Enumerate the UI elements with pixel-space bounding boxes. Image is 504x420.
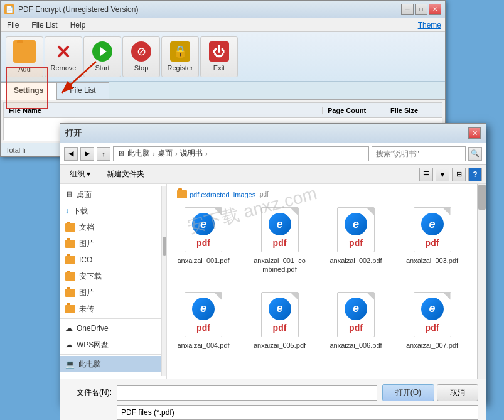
dialog-tool-right: ☰ ▼ ⊞ ? (419, 168, 482, 181)
nav-up-button[interactable]: ↑ (97, 147, 110, 161)
sidebar-item-wpsdisk[interactable]: ☁ WPS网盘 (60, 337, 161, 353)
dialog-footer: 文件名(N): 打开(O) 取消 PDF files (*.pdf) (60, 379, 486, 420)
minimize-button[interactable]: ─ (401, 4, 414, 15)
menu-bar: File File List Help Theme (1, 18, 445, 32)
help-button[interactable]: ? (468, 168, 482, 181)
register-icon: 🔒 (170, 41, 190, 62)
sidebar-item-download[interactable]: ↓ 下载 (60, 203, 161, 219)
dialog-title-text: 打开 (65, 127, 82, 139)
exit-button[interactable]: ⏻ Exit (200, 36, 238, 77)
top-file-name: pdf.extracted_images (190, 191, 255, 198)
breadcrumb-item3[interactable]: 说明书 (180, 148, 203, 159)
sidebar-item-desktop[interactable]: 🖥 桌面 (60, 186, 161, 203)
file-item-4[interactable]: e pdf anxaizai_004.pdf (172, 284, 235, 355)
breadcrumb-sep2: › (175, 149, 178, 158)
sidebar-item-ico[interactable]: ICO (60, 252, 161, 268)
sidebar-item-thispc[interactable]: 💻 此电脑 (60, 356, 161, 372)
exit-icon: ⏻ (209, 41, 229, 62)
sidebar-item-anzaizai[interactable]: 安下载 (60, 268, 161, 284)
new-folder-button[interactable]: 新建文件夹 (101, 167, 150, 181)
file-item-2[interactable]: e pdf anxaizai_002.pdf (324, 200, 387, 279)
file-icon-5: e pdf (257, 289, 303, 340)
file-list-header: File Name Page Count File Size (4, 103, 442, 118)
dialog-scrollbar[interactable] (477, 184, 486, 379)
breadcrumb[interactable]: 🖥 此电脑 › 桌面 › 说明书 › (113, 146, 369, 161)
file-name-3: anxaizai_003.pdf (406, 256, 458, 265)
dialog-tool-left: 组织 ▾ 新建文件夹 (64, 167, 150, 181)
filename-row: 文件名(N): 打开(O) 取消 (68, 384, 478, 401)
sidebar-item-pictures[interactable]: 图片 (60, 284, 161, 301)
breadcrumb-item2[interactable]: 桌面 (158, 148, 173, 159)
stop-icon (131, 41, 151, 62)
col-filesize: File Size (385, 107, 442, 114)
nav-back-button[interactable]: ◀ (64, 147, 78, 161)
cancel-button[interactable]: 取消 (437, 384, 478, 401)
sidebar-item-pics[interactable]: 图片 (60, 235, 161, 252)
sidebar-divider2 (60, 354, 161, 355)
dialog-title-bar: 打开 ✕ (60, 124, 486, 143)
file-item-6[interactable]: e pdf anxaizai_006.pdf (324, 284, 387, 355)
remove-button[interactable]: Remove (45, 36, 82, 77)
maximize-button[interactable]: □ (415, 4, 427, 15)
file-name-4: anxaizai_004.pdf (177, 341, 229, 350)
close-button[interactable]: ✕ (429, 4, 441, 15)
file-item-7[interactable]: e pdf anxaizai_007.pdf (401, 284, 464, 355)
file-item-0[interactable]: e pdf anxaizai_001.pdf (172, 200, 235, 279)
dialog-close-button[interactable]: ✕ (468, 127, 481, 139)
edge-logo-3: e (421, 213, 444, 235)
tab-filelist[interactable]: File List (56, 82, 109, 99)
file-item-1[interactable]: e pdf anxaizai_001_combined.pdf (249, 200, 311, 279)
register-button[interactable]: 🔒 Register (161, 36, 199, 77)
app-icon: 📄 (4, 4, 14, 14)
start-button[interactable]: Start (83, 36, 121, 77)
dialog-toolbar: 组织 ▾ 新建文件夹 ☰ ▼ ⊞ ? (60, 165, 486, 184)
nav-forward-button[interactable]: ▶ (80, 147, 94, 161)
stop-button[interactable]: Stop (122, 36, 160, 77)
scrollbar-thumb[interactable] (478, 185, 486, 210)
app-title: PDF Encrypt (Unregistered Version) (18, 5, 138, 14)
file-name-5: anxaizai_005.pdf (254, 341, 306, 350)
view-btn3[interactable]: ⊞ (452, 168, 466, 181)
file-icon-6: e pdf (333, 289, 378, 340)
view-button[interactable]: ☰ (419, 168, 433, 181)
filetype-select[interactable]: PDF files (*.pdf) (117, 405, 478, 420)
search-button[interactable]: 🔍 (468, 147, 482, 161)
menu-file[interactable]: File (4, 20, 21, 30)
folder-icon-weichuan (65, 305, 75, 313)
view-btn2[interactable]: ▼ (436, 168, 449, 181)
breadcrumb-sep1: › (153, 149, 155, 158)
folder-icon-pics (65, 240, 75, 248)
edge-logo-2: e (345, 213, 367, 235)
search-input[interactable] (372, 146, 466, 161)
file-name-7: anxaizai_007.pdf (406, 341, 458, 350)
start-label: Start (95, 64, 109, 72)
sidebar-label-onedrive: OneDrive (77, 324, 109, 333)
theme-link[interactable]: Theme (418, 21, 441, 30)
file-icon-0: e pdf (181, 205, 226, 255)
file-icon-7: e pdf (410, 289, 455, 340)
file-icon-2: e pdf (333, 205, 378, 255)
filename-input[interactable] (117, 385, 377, 401)
sidebar-item-weichuan[interactable]: 未传 (60, 301, 161, 317)
window-controls: ─ □ ✕ (401, 4, 441, 15)
file-item-3[interactable]: e pdf anxaizai_003.pdf (401, 200, 464, 279)
col-pagecount: Page Count (323, 107, 385, 114)
sidebar-label-download: 下载 (73, 206, 88, 217)
register-label: Register (168, 64, 193, 72)
sidebar-item-onedrive[interactable]: ☁ OneDrive (60, 320, 161, 337)
file-item-5[interactable]: e pdf anxaizai_005.pdf (249, 284, 311, 355)
menu-filelist[interactable]: File List (29, 20, 60, 30)
open-button[interactable]: 打开(O) (382, 384, 434, 401)
tab-bar: Settings File List (1, 82, 445, 100)
open-dialog: 打开 ✕ ◀ ▶ ↑ 🖥 此电脑 › 桌面 › 说明书 › 🔍 组织 ▾ 新建文… (60, 123, 486, 404)
sidebar-label-desktop: 桌面 (77, 190, 92, 200)
breadcrumb-item1[interactable]: 此电脑 (127, 148, 150, 159)
top-file-item[interactable]: pdf.extracted_images .pdf (172, 189, 472, 200)
add-button[interactable]: Add (6, 36, 43, 77)
edge-logo-0: e (192, 213, 215, 235)
breadcrumb-icon: 🖥 (117, 149, 125, 158)
sidebar-item-docs[interactable]: 文档 (60, 219, 161, 235)
organize-button[interactable]: 组织 ▾ (64, 167, 96, 181)
tab-settings[interactable]: Settings (1, 82, 56, 100)
menu-help[interactable]: Help (68, 20, 88, 30)
